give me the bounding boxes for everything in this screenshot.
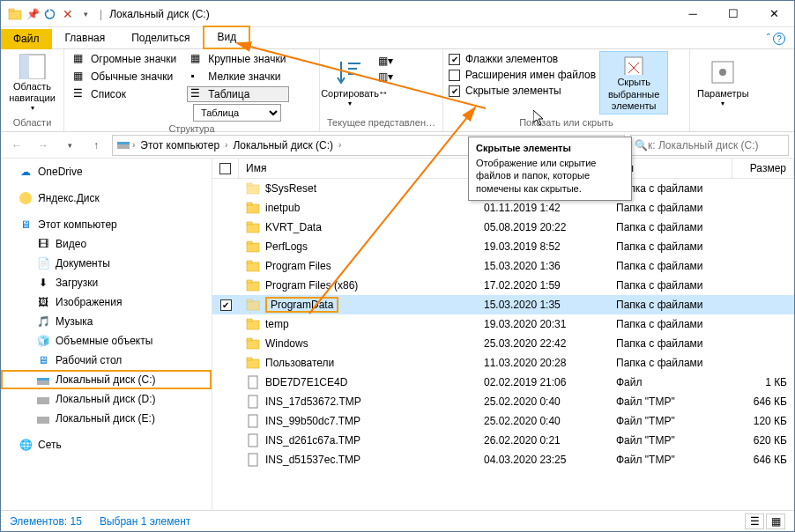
- table-row[interactable]: Program Files (x86) 17.02.2020 1:59 Папк…: [212, 276, 794, 295]
- svg-rect-22: [247, 262, 259, 271]
- table-row[interactable]: INS_d51537ec.TMP 04.03.2020 23:25 Файл "…: [212, 450, 794, 469]
- sidebar-onedrive[interactable]: ☁OneDrive: [1, 162, 212, 181]
- qat-dropdown-icon[interactable]: ▾: [78, 7, 93, 21]
- layout-small[interactable]: ▪Мелкие значки: [187, 69, 289, 85]
- svg-rect-1: [9, 9, 14, 11]
- disk-icon: [116, 137, 130, 153]
- table-row[interactable]: Пользователи 11.03.2020 20:28 Папка с фа…: [212, 353, 794, 373]
- sidebar-music[interactable]: 🎵Музыка: [1, 312, 212, 331]
- file-type: Папка с файлами: [609, 277, 732, 293]
- row-checkbox[interactable]: ✔: [220, 299, 232, 311]
- file-size: 620 КБ: [732, 432, 794, 448]
- svg-rect-13: [37, 417, 49, 424]
- sidebar-yandex[interactable]: Яндекс.Диск: [1, 188, 212, 208]
- sidebar-desktop[interactable]: 🖥Рабочий стол: [1, 351, 212, 370]
- layout-huge[interactable]: ▦Огромные значки: [70, 51, 180, 67]
- layout-large[interactable]: ▦Крупные значки: [187, 51, 289, 67]
- recent-dropdown-icon[interactable]: ▾: [59, 135, 80, 156]
- sidebar-documents[interactable]: 📄Документы: [1, 254, 212, 273]
- file-name: PerfLogs: [265, 240, 308, 253]
- table-row[interactable]: ✔ ProgramData 15.03.2020 1:35 Папка с фа…: [212, 295, 794, 314]
- tab-share[interactable]: Поделиться: [118, 27, 203, 49]
- onedrive-icon: ☁: [19, 165, 33, 179]
- details-view-toggle[interactable]: ☰: [745, 514, 764, 529]
- tab-file[interactable]: Файл: [1, 29, 52, 49]
- sidebar-diske[interactable]: Локальный диск (E:): [1, 409, 212, 428]
- sidebar-network[interactable]: 🌐Сеть: [1, 435, 212, 454]
- sidebar-3dobjects[interactable]: 🧊Объемные объекты: [1, 331, 212, 351]
- select-all-checkbox[interactable]: [219, 163, 231, 174]
- back-button[interactable]: ←: [6, 135, 27, 156]
- forward-button[interactable]: →: [33, 135, 54, 156]
- table-row[interactable]: Program Files 15.03.2020 1:36 Папка с фа…: [212, 256, 794, 276]
- table-row[interactable]: INS_17d53672.TMP 25.02.2020 0:40 Файл "T…: [212, 392, 794, 411]
- table-row[interactable]: INS_99b50dc7.TMP 25.02.2020 0:40 Файл "T…: [212, 411, 794, 431]
- icons-view-toggle[interactable]: ▦: [766, 514, 785, 529]
- qat-delete-icon[interactable]: ✕: [61, 7, 75, 21]
- table-row[interactable]: INS_d261c67a.TMP 26.02.2020 0:21 Файл "T…: [212, 431, 794, 450]
- sidebar-pictures[interactable]: 🖼Изображения: [1, 292, 212, 312]
- options-icon: [709, 58, 737, 86]
- qat-refresh-icon[interactable]: [43, 7, 57, 21]
- folder-icon: [246, 201, 260, 215]
- file-list-pane: Имя Да Тип Размер $SysReset 30.03.2020 0…: [212, 159, 794, 510]
- search-box[interactable]: 🔍: [630, 135, 789, 156]
- options-button[interactable]: Параметры▾: [695, 51, 751, 115]
- svg-rect-34: [249, 376, 257, 388]
- column-name[interactable]: Имя: [239, 159, 477, 178]
- sort-button[interactable]: Сортировать▾: [325, 51, 375, 115]
- table-row[interactable]: BDE7D7E1CE4D 02.02.2019 21:06 Файл 1 КБ: [212, 373, 794, 392]
- table-row[interactable]: KVRT_Data 05.08.2019 20:22 Папка с файла…: [212, 218, 794, 237]
- disk-icon: [36, 411, 50, 425]
- svg-point-9: [19, 192, 32, 204]
- up-button[interactable]: ↑: [85, 135, 107, 156]
- navigation-pane-button[interactable]: Область навигации▾: [6, 51, 58, 115]
- size-columns-icon[interactable]: ↔: [378, 86, 393, 99]
- sidebar-videos[interactable]: 🎞Видео: [1, 234, 212, 254]
- column-size[interactable]: Размер: [732, 159, 794, 178]
- table-row[interactable]: temp 19.03.2020 20:31 Папка с файлами: [212, 314, 794, 334]
- file-name: Пользователи: [265, 357, 334, 369]
- tab-view[interactable]: Вид: [203, 26, 250, 49]
- hidden-items-toggle[interactable]: ✔Скрытые элементы: [449, 85, 596, 97]
- tab-home[interactable]: Главная: [52, 27, 119, 49]
- layout-medium[interactable]: ▦Обычные значки: [70, 69, 180, 85]
- add-columns-icon[interactable]: ▥▾: [378, 70, 393, 83]
- pin-icon[interactable]: 📌: [26, 7, 40, 21]
- svg-rect-25: [247, 280, 252, 283]
- sidebar-thispc[interactable]: 🖥Этот компьютер: [1, 215, 212, 234]
- objects3d-icon: 🧊: [36, 334, 50, 348]
- file-name: temp: [265, 318, 289, 330]
- hide-selected-button[interactable]: Скрыть выбранные элементы: [599, 51, 668, 115]
- item-checkboxes-toggle[interactable]: ✔Флажки элементов: [449, 53, 596, 65]
- table-row[interactable]: inetpub 01.11.2019 1:42 Папка с файлами: [212, 198, 794, 218]
- crumb-diskc[interactable]: Локальный диск (C:): [229, 137, 337, 153]
- close-button[interactable]: ✕: [754, 1, 794, 27]
- hide-selected-icon: [620, 54, 648, 75]
- minimize-button[interactable]: ─: [672, 1, 713, 27]
- sidebar-diskd[interactable]: Локальный диск (D:): [1, 389, 212, 409]
- file-date: 19.03.2020 20:31: [477, 316, 609, 332]
- crumb-thispc[interactable]: Этот компьютер: [137, 137, 223, 153]
- ribbon-collapse-icon[interactable]: ˆ ?: [758, 29, 794, 49]
- file-extensions-toggle[interactable]: Расширения имен файлов: [449, 69, 596, 81]
- file-name: KVRT_Data: [265, 221, 322, 233]
- layout-details[interactable]: ☰Таблица: [187, 86, 289, 102]
- file-name: inetpub: [265, 202, 300, 214]
- sidebar-downloads[interactable]: ⬇Загрузки: [1, 273, 212, 292]
- layout-list[interactable]: ☰Список: [70, 86, 180, 102]
- sidebar-diskc[interactable]: Локальный диск (C:): [1, 370, 212, 389]
- table-row[interactable]: PerfLogs 19.03.2019 8:52 Папка с файлами: [212, 237, 794, 256]
- layout-dropdown[interactable]: Таблица: [193, 104, 281, 122]
- file-icon: [246, 414, 260, 428]
- svg-rect-15: [247, 183, 252, 186]
- file-date: 15.03.2020 1:36: [477, 258, 609, 274]
- search-input[interactable]: [648, 139, 784, 151]
- details-icon: ☰: [190, 87, 204, 101]
- group-by-icon[interactable]: ▦▾: [378, 55, 393, 67]
- file-size: [732, 187, 794, 190]
- file-size: [732, 361, 794, 365]
- maximize-button[interactable]: ☐: [713, 1, 754, 27]
- table-row[interactable]: Windows 25.03.2020 22:42 Папка с файлами: [212, 334, 794, 353]
- svg-point-6: [719, 69, 726, 76]
